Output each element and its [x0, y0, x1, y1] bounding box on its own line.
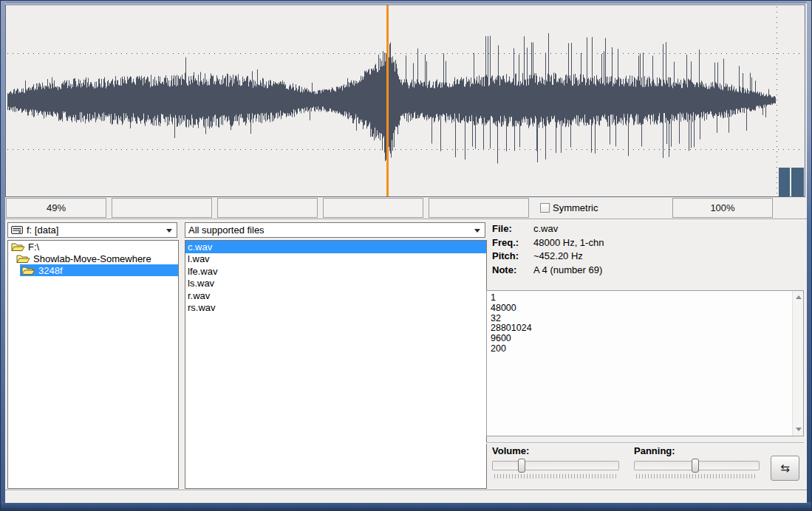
waveform-panel[interactable] [5, 4, 805, 197]
info-label: Pitch: [492, 250, 519, 261]
scroll-up-button[interactable] [793, 292, 804, 303]
drive-combo-value: f: [data] [27, 224, 58, 236]
file-details-text: 1 48000 32 28801024 9600 200 [491, 293, 790, 434]
info-label: Note: [492, 264, 516, 275]
toolbar-button-3[interactable] [217, 198, 318, 218]
file-name: l.wav [188, 253, 210, 264]
file-name: r.wav [188, 290, 210, 301]
window-border-right [806, 1, 811, 510]
file-list[interactable]: c.wavl.wavlfe.wavls.wavr.wavrs.wav [185, 240, 487, 489]
toolbar-button-2[interactable] [112, 198, 212, 218]
folder-tree-item[interactable]: Showlab-Move-Somewhere [15, 253, 178, 264]
playback-cursor[interactable] [386, 5, 389, 196]
horizontal-separator [5, 219, 807, 220]
file-list-item[interactable]: c.wav [185, 241, 486, 253]
grid-line-bottom [7, 149, 803, 150]
file-filter-value: All supported files [188, 224, 265, 236]
file-name: lfe.wav [188, 266, 217, 277]
wave-scroll-block-1[interactable] [779, 168, 790, 196]
volume-slider[interactable] [492, 461, 619, 470]
wave-scroll-block-2[interactable] [791, 168, 804, 196]
volume-label: Volume: [492, 445, 529, 456]
folder-name: F:\ [28, 241, 39, 253]
loop-button[interactable]: ⇆ [771, 456, 799, 481]
folder-icon [16, 254, 30, 264]
panning-slider-thumb[interactable] [692, 459, 699, 473]
folder-name: Showlab-Move-Somewhere [33, 253, 151, 264]
file-name: rs.wav [188, 302, 216, 313]
zoom-right-button[interactable]: 100% [672, 198, 773, 218]
info-value: 48000 Hz, 1-chn [533, 237, 604, 248]
info-label: Freq.: [492, 237, 519, 248]
toolbar-button-4[interactable] [323, 198, 423, 218]
info-row: File:c.wav [492, 223, 802, 236]
chevron-down-icon [474, 229, 480, 233]
info-row: Pitch:~452.20 Hz [492, 250, 802, 264]
folder-tree[interactable]: F:\Showlab-Move-Somewhere3248f [7, 240, 179, 489]
folder-name: 3248f [38, 265, 63, 276]
file-list-item[interactable]: r.wav [185, 289, 486, 302]
symmetric-checkbox[interactable] [540, 203, 550, 213]
grid-line-top [7, 53, 803, 54]
info-value: ~452.20 Hz [533, 250, 583, 261]
file-list-item[interactable]: lfe.wav [185, 265, 486, 278]
loop-icon: ⇆ [780, 462, 790, 475]
folder-tree-item[interactable]: F:\ [10, 241, 178, 253]
waveform-plot [7, 5, 776, 196]
file-name: c.wav [188, 241, 212, 253]
file-list-item[interactable]: ls.wav [185, 278, 486, 290]
window-border-bottom [1, 502, 811, 510]
info-value: A 4 (number 69) [533, 264, 602, 275]
file-filter-combo[interactable]: All supported files [185, 222, 485, 238]
toolbar-button-5[interactable] [429, 198, 529, 218]
zoom-left-button[interactable]: 49% [6, 198, 106, 218]
details-scrollbar[interactable] [792, 291, 803, 436]
scroll-down-icon [796, 428, 802, 431]
panning-slider[interactable] [634, 461, 760, 470]
folder-icon [21, 266, 35, 275]
folder-icon [11, 242, 25, 252]
panning-label: Panning: [634, 445, 675, 456]
sliders-separator [486, 442, 804, 444]
folder-tree-item[interactable]: 3248f [20, 264, 178, 276]
info-row: Note:A 4 (number 69) [492, 264, 802, 278]
file-list-item[interactable]: l.wav [185, 253, 486, 266]
app-window: 49% Symmetric 100% f: [data] F:\Showlab-… [0, 0, 812, 511]
scroll-up-icon [796, 295, 802, 299]
drive-icon [11, 226, 23, 234]
volume-slider-ticks [494, 474, 617, 479]
symmetric-label: Symmetric [553, 202, 598, 213]
panning-slider-ticks [636, 474, 757, 479]
info-label: File: [492, 223, 512, 234]
symmetric-control: Symmetric [540, 198, 598, 218]
drive-combo[interactable]: f: [data] [7, 222, 177, 238]
file-list-item[interactable]: rs.wav [185, 302, 486, 315]
zoom-toolbar: 49% Symmetric 100% [5, 198, 807, 219]
scroll-down-button[interactable] [793, 424, 804, 435]
file-details-box[interactable]: 1 48000 32 28801024 9600 200 [486, 290, 804, 436]
file-name: ls.wav [188, 278, 214, 289]
status-bar [5, 490, 807, 503]
info-value: c.wav [533, 223, 558, 234]
volume-slider-thumb[interactable] [518, 459, 525, 473]
grid-line-right [777, 7, 777, 195]
chevron-down-icon [166, 229, 172, 233]
info-row: Freq.:48000 Hz, 1-chn [492, 237, 802, 250]
window-content: 49% Symmetric 100% f: [data] F:\Showlab-… [5, 4, 807, 503]
